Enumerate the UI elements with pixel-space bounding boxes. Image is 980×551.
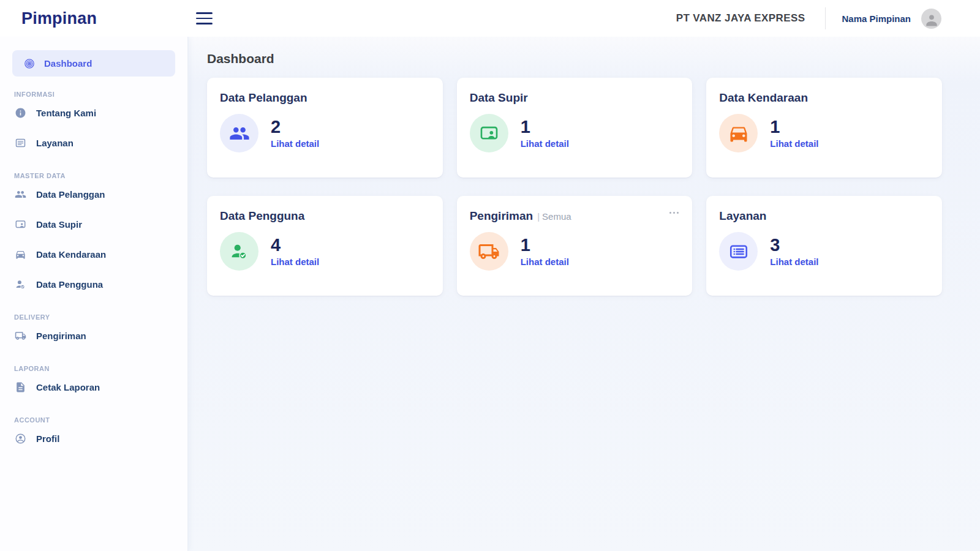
- subtitle-separator: |: [537, 211, 540, 222]
- sidebar: Dashboard INFORMASI Tentang Kami Layanan…: [0, 37, 188, 551]
- avatar[interactable]: [921, 9, 941, 29]
- sidebar-nav: INFORMASI Tentang Kami Layanan MASTER DA…: [0, 91, 187, 454]
- top-bar: Pimpinan PT VANZ JAYA EXPRESS Nama Pimpi…: [0, 0, 980, 37]
- people-icon: [15, 189, 26, 200]
- card-value: 2: [271, 118, 319, 137]
- target-icon: [23, 58, 36, 70]
- card-data-pelanggan: Data Pelanggan 2 Lihat detail: [207, 78, 443, 178]
- profile-icon: [15, 433, 26, 444]
- company-name: PT VANZ JAYA EXPRESS: [676, 12, 805, 24]
- driver-card-icon: [15, 219, 26, 230]
- sidebar-item-data-pengguna[interactable]: Data Pengguna: [12, 269, 175, 299]
- card-data-supir: Data Supir 1 Lihat detail: [457, 78, 693, 178]
- sidebar-item-label: Profil: [36, 433, 59, 444]
- lihat-detail-link[interactable]: Lihat detail: [770, 257, 818, 267]
- card-title: Layanan: [719, 209, 929, 223]
- card-value: 1: [521, 236, 569, 255]
- card-title: Data Pengguna: [220, 209, 430, 223]
- people-icon: [229, 123, 250, 144]
- card-title-text: Pengiriman: [470, 209, 533, 222]
- list-icon: [728, 241, 749, 262]
- user-check-icon: [229, 241, 249, 261]
- lihat-detail-link[interactable]: Lihat detail: [521, 138, 569, 149]
- sidebar-item-label: Pengiriman: [36, 331, 86, 341]
- article-icon: [15, 137, 26, 149]
- sidebar-item-dashboard[interactable]: Dashboard: [12, 50, 175, 77]
- lihat-detail-link[interactable]: Lihat detail: [521, 257, 569, 267]
- main-content: Dashboard Data Pelanggan 2 Lihat detail …: [189, 37, 980, 551]
- truck-icon: [478, 241, 500, 263]
- truck-icon: [15, 330, 26, 342]
- person-icon: [925, 13, 938, 26]
- sidebar-item-label: Cetak Laporan: [36, 382, 100, 392]
- sidebar-item-profil[interactable]: Profil: [12, 424, 175, 454]
- sidebar-item-data-supir[interactable]: Data Supir: [12, 209, 175, 239]
- user-name[interactable]: Nama Pimpinan: [842, 13, 911, 24]
- sidebar-item-cetak-laporan[interactable]: Cetak Laporan: [12, 372, 175, 402]
- section-title-informasi: INFORMASI: [12, 91, 175, 98]
- menu-icon[interactable]: [196, 12, 213, 24]
- card-value: 1: [521, 118, 569, 137]
- icon-circle: [719, 232, 758, 271]
- user-check-icon: [15, 279, 26, 290]
- card-data-pengguna: Data Pengguna 4 Lihat detail: [207, 196, 443, 296]
- document-icon: [15, 381, 26, 393]
- card-layanan: Layanan 3 Lihat detail: [706, 196, 942, 296]
- sidebar-item-label: Data Pelanggan: [36, 189, 105, 200]
- section-title-master-data: MASTER DATA: [12, 172, 175, 179]
- info-icon: [15, 107, 26, 119]
- icon-circle: [470, 114, 508, 152]
- sidebar-item-label: Tentang Kami: [36, 108, 96, 118]
- sidebar-item-label: Dashboard: [44, 58, 92, 69]
- section-title-delivery: DELIVERY: [12, 313, 175, 321]
- section-title-laporan: LAPORAN: [12, 365, 175, 372]
- icon-circle: [220, 114, 258, 152]
- sidebar-item-tentang-kami[interactable]: Tentang Kami: [12, 98, 175, 128]
- section-title-account: ACCOUNT: [12, 416, 175, 424]
- card-title: Data Kendaraan: [719, 91, 929, 105]
- card-subtitle: Semua: [542, 211, 571, 222]
- lihat-detail-link[interactable]: Lihat detail: [271, 138, 319, 149]
- sidebar-item-data-kendaraan[interactable]: Data Kendaraan: [12, 239, 175, 269]
- sidebar-item-label: Layanan: [36, 138, 74, 148]
- card-title: Data Pelanggan: [220, 91, 430, 105]
- card-value: 4: [271, 236, 319, 255]
- card-value: 1: [770, 118, 818, 137]
- page-title: Dashboard: [207, 51, 942, 66]
- stat-cards: Data Pelanggan 2 Lihat detail Data Supir: [207, 78, 942, 296]
- car-icon: [15, 249, 26, 260]
- logo-area: Pimpinan: [0, 9, 188, 28]
- header-right: PT VANZ JAYA EXPRESS Nama Pimpinan: [676, 7, 980, 29]
- card-value: 3: [770, 236, 818, 255]
- icon-circle: [220, 232, 258, 271]
- more-options-icon[interactable]: [668, 209, 680, 216]
- header-divider: [825, 7, 826, 29]
- app-logo: Pimpinan: [21, 9, 97, 28]
- card-title: Data Supir: [470, 91, 680, 105]
- lihat-detail-link[interactable]: Lihat detail: [770, 138, 818, 149]
- icon-circle: [719, 114, 758, 152]
- icon-circle: [470, 232, 508, 271]
- lihat-detail-link[interactable]: Lihat detail: [271, 257, 319, 267]
- sidebar-item-data-pelanggan[interactable]: Data Pelanggan: [12, 179, 175, 209]
- sidebar-item-label: Data Supir: [36, 219, 82, 230]
- card-pengiriman: Pengiriman|Semua 1 Lihat detail: [457, 196, 693, 296]
- card-title: Pengiriman|Semua: [470, 209, 680, 223]
- card-data-kendaraan: Data Kendaraan 1 Lihat detail: [706, 78, 942, 178]
- sidebar-item-label: Data Kendaraan: [36, 249, 106, 260]
- sidebar-item-pengiriman[interactable]: Pengiriman: [12, 321, 175, 351]
- car-icon: [728, 122, 750, 144]
- driver-card-icon: [479, 123, 499, 143]
- sidebar-item-label: Data Pengguna: [36, 279, 103, 290]
- sidebar-item-layanan[interactable]: Layanan: [12, 128, 175, 158]
